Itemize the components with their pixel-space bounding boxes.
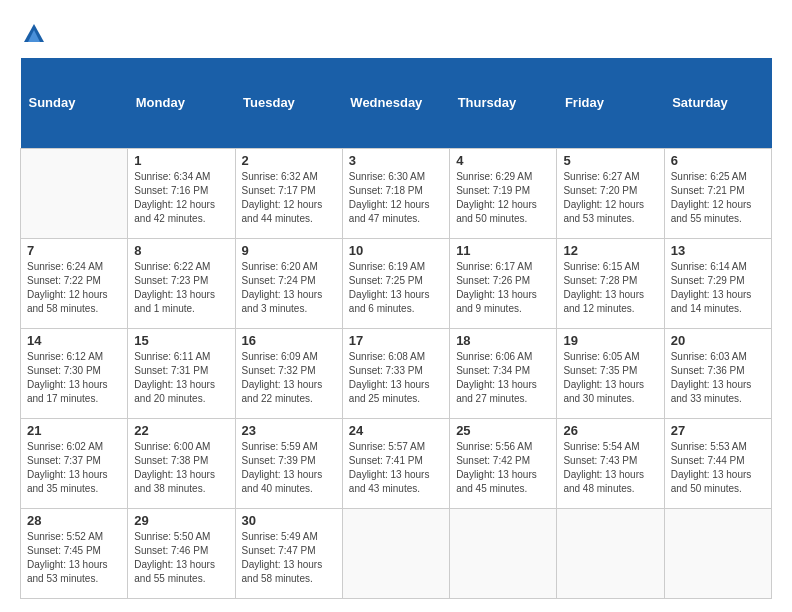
day-cell: 30Sunrise: 5:49 AM Sunset: 7:47 PM Dayli… xyxy=(235,508,342,598)
day-cell: 23Sunrise: 5:59 AM Sunset: 7:39 PM Dayli… xyxy=(235,418,342,508)
day-cell: 10Sunrise: 6:19 AM Sunset: 7:25 PM Dayli… xyxy=(342,238,449,328)
day-cell: 22Sunrise: 6:00 AM Sunset: 7:38 PM Dayli… xyxy=(128,418,235,508)
day-number: 15 xyxy=(134,333,228,348)
calendar-table: SundayMondayTuesdayWednesdayThursdayFrid… xyxy=(20,58,772,599)
day-info: Sunrise: 5:52 AM Sunset: 7:45 PM Dayligh… xyxy=(27,530,121,586)
calendar-header: SundayMondayTuesdayWednesdayThursdayFrid… xyxy=(21,58,772,148)
day-cell xyxy=(664,508,771,598)
weekday-header-friday: Friday xyxy=(557,58,664,148)
weekday-header-saturday: Saturday xyxy=(664,58,771,148)
day-info: Sunrise: 6:24 AM Sunset: 7:22 PM Dayligh… xyxy=(27,260,121,316)
weekday-header-wednesday: Wednesday xyxy=(342,58,449,148)
day-cell xyxy=(21,148,128,238)
day-number: 10 xyxy=(349,243,443,258)
week-row-3: 14Sunrise: 6:12 AM Sunset: 7:30 PM Dayli… xyxy=(21,328,772,418)
page-header xyxy=(20,20,772,48)
day-cell: 11Sunrise: 6:17 AM Sunset: 7:26 PM Dayli… xyxy=(450,238,557,328)
day-cell: 5Sunrise: 6:27 AM Sunset: 7:20 PM Daylig… xyxy=(557,148,664,238)
day-info: Sunrise: 6:12 AM Sunset: 7:30 PM Dayligh… xyxy=(27,350,121,406)
day-cell: 17Sunrise: 6:08 AM Sunset: 7:33 PM Dayli… xyxy=(342,328,449,418)
day-info: Sunrise: 5:54 AM Sunset: 7:43 PM Dayligh… xyxy=(563,440,657,496)
day-cell xyxy=(450,508,557,598)
day-info: Sunrise: 5:57 AM Sunset: 7:41 PM Dayligh… xyxy=(349,440,443,496)
day-info: Sunrise: 6:34 AM Sunset: 7:16 PM Dayligh… xyxy=(134,170,228,226)
logo xyxy=(20,20,52,48)
day-number: 6 xyxy=(671,153,765,168)
week-row-5: 28Sunrise: 5:52 AM Sunset: 7:45 PM Dayli… xyxy=(21,508,772,598)
day-info: Sunrise: 6:29 AM Sunset: 7:19 PM Dayligh… xyxy=(456,170,550,226)
day-cell: 20Sunrise: 6:03 AM Sunset: 7:36 PM Dayli… xyxy=(664,328,771,418)
logo-icon xyxy=(20,20,48,48)
day-number: 3 xyxy=(349,153,443,168)
day-cell: 7Sunrise: 6:24 AM Sunset: 7:22 PM Daylig… xyxy=(21,238,128,328)
day-info: Sunrise: 6:22 AM Sunset: 7:23 PM Dayligh… xyxy=(134,260,228,316)
weekday-header-monday: Monday xyxy=(128,58,235,148)
day-number: 13 xyxy=(671,243,765,258)
day-cell xyxy=(557,508,664,598)
day-cell: 28Sunrise: 5:52 AM Sunset: 7:45 PM Dayli… xyxy=(21,508,128,598)
day-info: Sunrise: 6:15 AM Sunset: 7:28 PM Dayligh… xyxy=(563,260,657,316)
day-cell: 14Sunrise: 6:12 AM Sunset: 7:30 PM Dayli… xyxy=(21,328,128,418)
day-info: Sunrise: 6:03 AM Sunset: 7:36 PM Dayligh… xyxy=(671,350,765,406)
day-cell: 26Sunrise: 5:54 AM Sunset: 7:43 PM Dayli… xyxy=(557,418,664,508)
day-cell: 29Sunrise: 5:50 AM Sunset: 7:46 PM Dayli… xyxy=(128,508,235,598)
day-info: Sunrise: 6:32 AM Sunset: 7:17 PM Dayligh… xyxy=(242,170,336,226)
day-info: Sunrise: 6:19 AM Sunset: 7:25 PM Dayligh… xyxy=(349,260,443,316)
week-row-2: 7Sunrise: 6:24 AM Sunset: 7:22 PM Daylig… xyxy=(21,238,772,328)
day-info: Sunrise: 6:30 AM Sunset: 7:18 PM Dayligh… xyxy=(349,170,443,226)
day-cell: 12Sunrise: 6:15 AM Sunset: 7:28 PM Dayli… xyxy=(557,238,664,328)
day-info: Sunrise: 6:05 AM Sunset: 7:35 PM Dayligh… xyxy=(563,350,657,406)
day-number: 30 xyxy=(242,513,336,528)
week-row-1: 1Sunrise: 6:34 AM Sunset: 7:16 PM Daylig… xyxy=(21,148,772,238)
day-cell: 6Sunrise: 6:25 AM Sunset: 7:21 PM Daylig… xyxy=(664,148,771,238)
day-number: 19 xyxy=(563,333,657,348)
day-cell: 21Sunrise: 6:02 AM Sunset: 7:37 PM Dayli… xyxy=(21,418,128,508)
day-info: Sunrise: 5:59 AM Sunset: 7:39 PM Dayligh… xyxy=(242,440,336,496)
day-number: 7 xyxy=(27,243,121,258)
day-info: Sunrise: 6:27 AM Sunset: 7:20 PM Dayligh… xyxy=(563,170,657,226)
day-cell xyxy=(342,508,449,598)
day-cell: 4Sunrise: 6:29 AM Sunset: 7:19 PM Daylig… xyxy=(450,148,557,238)
day-number: 29 xyxy=(134,513,228,528)
weekday-header-tuesday: Tuesday xyxy=(235,58,342,148)
day-cell: 9Sunrise: 6:20 AM Sunset: 7:24 PM Daylig… xyxy=(235,238,342,328)
day-number: 2 xyxy=(242,153,336,168)
day-info: Sunrise: 6:08 AM Sunset: 7:33 PM Dayligh… xyxy=(349,350,443,406)
day-number: 8 xyxy=(134,243,228,258)
day-cell: 18Sunrise: 6:06 AM Sunset: 7:34 PM Dayli… xyxy=(450,328,557,418)
day-number: 16 xyxy=(242,333,336,348)
day-cell: 19Sunrise: 6:05 AM Sunset: 7:35 PM Dayli… xyxy=(557,328,664,418)
day-number: 24 xyxy=(349,423,443,438)
day-number: 18 xyxy=(456,333,550,348)
day-number: 9 xyxy=(242,243,336,258)
day-cell: 27Sunrise: 5:53 AM Sunset: 7:44 PM Dayli… xyxy=(664,418,771,508)
day-number: 27 xyxy=(671,423,765,438)
day-cell: 2Sunrise: 6:32 AM Sunset: 7:17 PM Daylig… xyxy=(235,148,342,238)
day-number: 25 xyxy=(456,423,550,438)
day-number: 14 xyxy=(27,333,121,348)
weekday-header-sunday: Sunday xyxy=(21,58,128,148)
day-cell: 13Sunrise: 6:14 AM Sunset: 7:29 PM Dayli… xyxy=(664,238,771,328)
day-number: 20 xyxy=(671,333,765,348)
day-cell: 8Sunrise: 6:22 AM Sunset: 7:23 PM Daylig… xyxy=(128,238,235,328)
day-cell: 24Sunrise: 5:57 AM Sunset: 7:41 PM Dayli… xyxy=(342,418,449,508)
day-info: Sunrise: 5:53 AM Sunset: 7:44 PM Dayligh… xyxy=(671,440,765,496)
calendar-body: 1Sunrise: 6:34 AM Sunset: 7:16 PM Daylig… xyxy=(21,148,772,598)
day-info: Sunrise: 6:02 AM Sunset: 7:37 PM Dayligh… xyxy=(27,440,121,496)
day-info: Sunrise: 5:49 AM Sunset: 7:47 PM Dayligh… xyxy=(242,530,336,586)
day-number: 28 xyxy=(27,513,121,528)
day-info: Sunrise: 6:25 AM Sunset: 7:21 PM Dayligh… xyxy=(671,170,765,226)
weekday-header-row: SundayMondayTuesdayWednesdayThursdayFrid… xyxy=(21,58,772,148)
day-info: Sunrise: 5:50 AM Sunset: 7:46 PM Dayligh… xyxy=(134,530,228,586)
day-cell: 15Sunrise: 6:11 AM Sunset: 7:31 PM Dayli… xyxy=(128,328,235,418)
day-number: 4 xyxy=(456,153,550,168)
day-number: 17 xyxy=(349,333,443,348)
day-cell: 1Sunrise: 6:34 AM Sunset: 7:16 PM Daylig… xyxy=(128,148,235,238)
day-info: Sunrise: 6:20 AM Sunset: 7:24 PM Dayligh… xyxy=(242,260,336,316)
day-number: 22 xyxy=(134,423,228,438)
day-number: 26 xyxy=(563,423,657,438)
day-info: Sunrise: 6:09 AM Sunset: 7:32 PM Dayligh… xyxy=(242,350,336,406)
day-number: 11 xyxy=(456,243,550,258)
week-row-4: 21Sunrise: 6:02 AM Sunset: 7:37 PM Dayli… xyxy=(21,418,772,508)
day-info: Sunrise: 6:00 AM Sunset: 7:38 PM Dayligh… xyxy=(134,440,228,496)
